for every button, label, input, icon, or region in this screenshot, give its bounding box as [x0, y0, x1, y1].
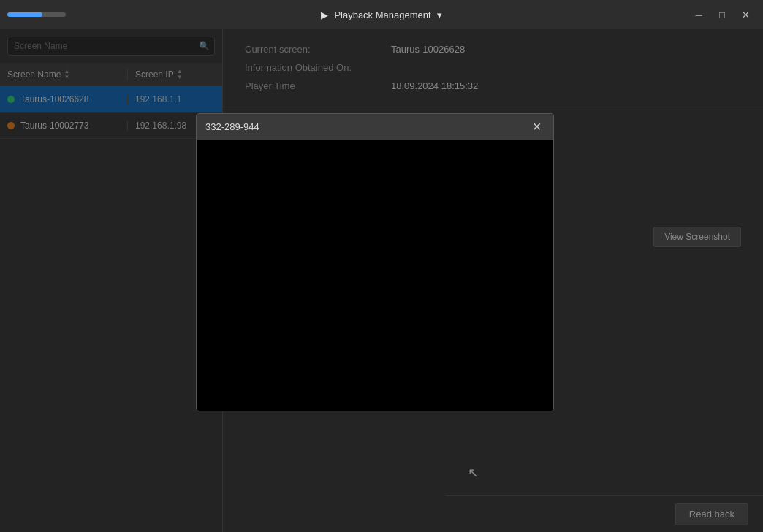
minimize-button[interactable]: ─ — [688, 6, 709, 23]
close-button[interactable]: ✕ — [735, 6, 756, 23]
modal-close-button[interactable]: ✕ — [529, 120, 544, 134]
modal-title-bar: 332-289-944 ✕ — [197, 114, 553, 140]
title-bar: ▶ Playback Management ▾ ─ □ ✕ — [0, 0, 763, 29]
title-bar-center: ▶ Playback Management ▾ — [321, 10, 441, 20]
progress-fill — [7, 12, 42, 17]
modal-content — [197, 140, 553, 411]
window-controls: ─ □ ✕ — [688, 6, 756, 23]
modal-title: 332-289-944 — [205, 121, 259, 132]
play-icon: ▶ — [321, 10, 328, 20]
app-title: Playback Management — [334, 10, 430, 20]
screenshot-modal: 332-289-944 ✕ — [196, 113, 554, 411]
title-progress — [7, 12, 66, 17]
maximize-button[interactable]: □ — [712, 6, 732, 23]
progress-bar — [7, 12, 66, 17]
modal-overlay: 332-289-944 ✕ — [0, 29, 763, 532]
chevron-icon: ▾ — [437, 10, 442, 20]
